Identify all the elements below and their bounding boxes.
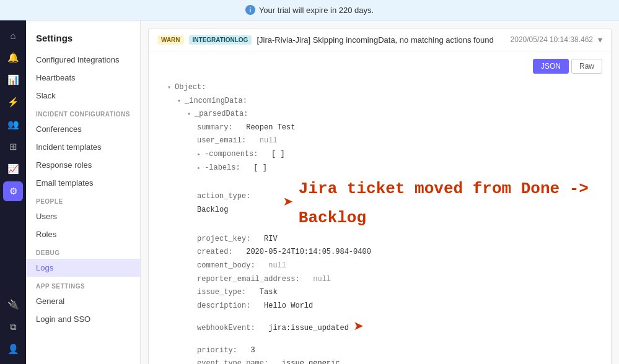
sidebar-item-slack[interactable]: Slack [26,87,140,105]
json-tree: Object: _incomingData: _parsedData: [157,81,602,364]
nav-bell-icon[interactable]: 🔔 [3,48,23,67]
nav-people-icon[interactable]: 👥 [3,115,23,134]
log-entry-header: WARN INTEGRATIONLOG [Jira-Rivia-Jira] Sk… [149,28,611,51]
sidebar-item-incident-templates[interactable]: Incident templates [26,138,140,156]
annotation-text-1: Jira ticket moved from Done -> Backlog [299,175,602,233]
object-label[interactable]: Object: [167,83,206,92]
raw-button[interactable]: Raw [571,59,602,74]
parseddata-label[interactable]: _parsedData: [187,110,248,118]
log-entry: WARN INTEGRATIONLOG [Jira-Rivia-Jira] Sk… [148,28,612,364]
arrow-annotation-1: ➤ [283,188,294,219]
section-title-debug: Debug [26,243,140,259]
incomingdata-label[interactable]: _incomingData: [177,97,247,105]
icon-rail: ⌂ 🔔 📊 ⚡ 👥 ⊞ 📈 ⚙ 🔌 ⧉ 👤 [0,20,26,364]
nav-user-icon[interactable]: 👤 [3,339,23,359]
json-button[interactable]: JSON [533,59,569,74]
badge-warn: WARN [157,35,184,45]
sidebar-item-logs[interactable]: Logs [26,259,140,277]
section-title-app-settings: App Settings [26,277,140,292]
sidebar-header: Settings [26,28,140,51]
nav-chart-icon[interactable]: 📊 [3,70,23,90]
nav-analytics-icon[interactable]: 📈 [3,159,23,179]
sidebar-item-roles[interactable]: Roles [26,225,140,243]
trial-banner: i Your trial will expire in 220 days. [0,0,619,20]
nav-grid-icon[interactable]: ⊞ [3,137,23,157]
labels-label[interactable]: -labels: [ ] [197,163,267,172]
sidebar-item-login-sso[interactable]: Login and SSO [26,310,140,328]
section-title-people: People [26,192,140,207]
main-content: WARN INTEGRATIONLOG [Jira-Rivia-Jira] Sk… [141,20,619,364]
nav-home-icon[interactable]: ⌂ [3,25,23,45]
arrow-annotation-2: ➤ [354,313,364,344]
banner-text: Your trial will expire in 220 days. [259,6,374,15]
sidebar-item-email-templates[interactable]: Email templates [26,174,140,192]
sidebar-item-conferences[interactable]: Conferences [26,120,140,138]
log-entry-body: JSON Raw Object: _incomingData: [149,51,611,364]
section-title-incident-configs: Incident Configurations [26,105,140,120]
nav-layers-icon[interactable]: ⧉ [3,317,23,337]
info-icon: i [245,5,255,15]
nav-settings-icon[interactable]: ⚙ [3,181,23,201]
json-raw-buttons: JSON Raw [157,59,602,74]
sidebar-item-heartbeats[interactable]: Heartbeats [26,69,140,87]
sidebar-item-users[interactable]: Users [26,207,140,225]
nav-plug-icon[interactable]: 🔌 [3,295,23,314]
log-timestamp: 2020/05/24 10:14:38.462 [511,35,593,44]
nav-bolt-icon[interactable]: ⚡ [3,92,23,112]
log-message: [Jira-Rivia-Jira] Skipping incomingData,… [257,35,505,45]
components-label[interactable]: -components: [ ] [197,150,285,158]
sidebar: Settings Configured integrations Heartbe… [26,20,141,364]
sidebar-item-general[interactable]: General [26,292,140,310]
expand-icon[interactable]: ▾ [598,35,602,45]
badge-integrationlog: INTEGRATIONLOG [189,35,252,45]
sidebar-item-response-roles[interactable]: Response roles [26,156,140,174]
sidebar-item-configured-integrations[interactable]: Configured integrations [26,51,140,69]
